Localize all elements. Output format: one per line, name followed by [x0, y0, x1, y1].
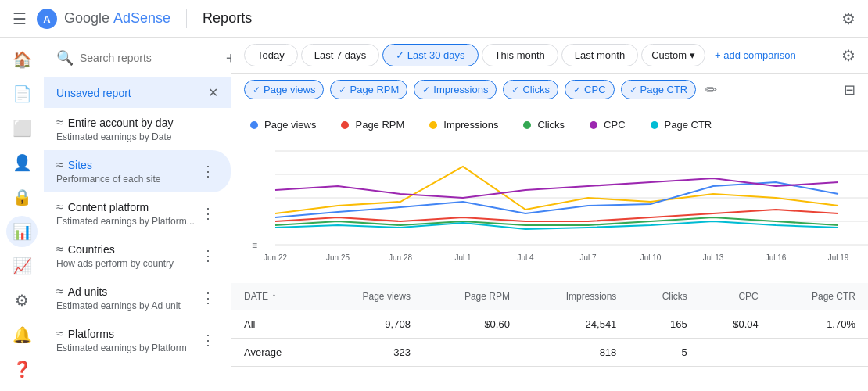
item-more-icon[interactable]: ⋮ [198, 160, 218, 183]
page-title: Reports [203, 10, 252, 27]
menu-icon[interactable]: ☰ [13, 9, 27, 28]
wave-icon: ≈ [56, 285, 63, 299]
nav-settings-icon[interactable]: ⚙ [6, 285, 38, 316]
svg-text:Jul 1: Jul 1 [454, 253, 472, 262]
chip-cpc[interactable]: ✓ CPC [565, 80, 614, 99]
chip-check-icon: ✓ [573, 84, 581, 95]
sidebar-item-content-platform[interactable]: ≈ Content platform Estimated earnings by… [44, 192, 231, 235]
legend-clicks: Clicks [523, 119, 565, 131]
edit-metrics-icon[interactable]: ✏ [705, 81, 717, 99]
svg-text:Jun 28: Jun 28 [389, 253, 412, 262]
nav-help-icon[interactable]: ❓ [6, 353, 38, 385]
search-input[interactable] [80, 52, 217, 64]
legend-dot [429, 121, 437, 129]
td-date: Average [231, 339, 320, 367]
nav-analytics-icon[interactable]: 📈 [6, 250, 38, 282]
chip-page-views[interactable]: ✓ Page views [244, 80, 324, 99]
td-page-views: 9,708 [320, 310, 423, 339]
th-page-rpm[interactable]: Page RPM [423, 283, 522, 310]
svg-text:Jul 16: Jul 16 [766, 253, 787, 262]
chip-page-rpm[interactable]: ✓ Page RPM [330, 80, 407, 99]
today-btn[interactable]: Today [244, 44, 298, 66]
svg-text:A: A [43, 13, 51, 25]
last7days-btn[interactable]: Last 7 days [301, 44, 380, 66]
chip-check-icon: ✓ [253, 84, 260, 95]
th-label: Page CTR [812, 291, 855, 302]
item-more-icon[interactable]: ⋮ [198, 286, 218, 310]
sidebar-item-countries[interactable]: ≈ Countries How ads perform by country ⋮ [44, 235, 231, 277]
nav-ads-icon[interactable]: ⬜ [6, 113, 38, 144]
sidebar-item-entire-account[interactable]: ≈ Entire account by day Estimated earnin… [44, 108, 231, 150]
td-page-ctr: 1.70% [771, 310, 868, 339]
item-header: ≈ Sites [56, 158, 198, 172]
header-divider [186, 9, 187, 28]
table-row: All 9,708 $0.60 24,541 165 $0.04 1.70% [231, 310, 868, 339]
unsaved-report-bar[interactable]: Unsaved report ✕ [44, 77, 231, 108]
nav-home-icon[interactable]: 🏠 [6, 44, 38, 75]
chip-clicks[interactable]: ✓ Clicks [503, 80, 558, 99]
item-header: ≈ Countries [56, 242, 198, 256]
brand-text: Google AdSense [64, 10, 170, 27]
wave-icon: ≈ [56, 200, 63, 214]
item-title: Sites [68, 159, 92, 171]
header-gear-icon[interactable]: ⚙ [841, 9, 855, 28]
sidebar-item-platforms[interactable]: ≈ Platforms Estimated earnings by Platfo… [44, 319, 231, 361]
chip-impressions[interactable]: ✓ Impressions [414, 80, 497, 99]
svg-text:Jul 7: Jul 7 [579, 253, 597, 262]
nav-notifications-icon[interactable]: 🔔 [6, 319, 38, 350]
th-label: CPC [738, 291, 758, 302]
th-page-views[interactable]: Page views [320, 283, 423, 310]
custom-btn[interactable]: Custom ▾ [641, 44, 705, 66]
report-settings-icon[interactable]: ⚙ [841, 46, 855, 65]
thismonth-btn[interactable]: This month [482, 44, 558, 66]
th-impressions[interactable]: Impressions [522, 283, 629, 310]
wave-icon: ≈ [56, 116, 63, 130]
th-clicks[interactable]: Clicks [629, 283, 699, 310]
add-comparison-label: + add comparison [715, 49, 796, 61]
item-more-icon[interactable]: ⋮ [198, 328, 218, 352]
nav-privacy-icon[interactable]: 🔒 [6, 181, 38, 213]
date-filter-bar: Today Last 7 days ✓ Last 30 days This mo… [231, 38, 868, 74]
filter-icon[interactable]: ⊟ [844, 81, 855, 99]
td-page-views: 323 [320, 339, 423, 367]
legend-page-rpm: Page RPM [341, 119, 404, 131]
chip-check-icon: ✓ [339, 84, 346, 95]
nav-icons-panel: 🏠 📄 ⬜ 👤 🔒 📊 📈 ⚙ 🔔 ❓ [0, 38, 44, 391]
sidebar-item-sites[interactable]: ≈ Sites Performance of each site ⋮ [44, 150, 231, 192]
sidebar-search-bar: 🔍 ＋ [44, 38, 231, 77]
add-report-icon[interactable]: ＋ [223, 47, 231, 68]
svg-text:Jul 10: Jul 10 [640, 253, 662, 262]
table-row: Average 323 — 818 5 — — [231, 339, 868, 367]
chip-page-ctr[interactable]: ✓ Page CTR [621, 80, 697, 99]
unsaved-report-label: Unsaved report [56, 87, 131, 99]
svg-text:≡: ≡ [252, 240, 257, 251]
chip-label: Page RPM [350, 84, 399, 95]
item-more-icon[interactable]: ⋮ [198, 202, 218, 225]
th-date[interactable]: DATE ↑ [231, 283, 320, 310]
item-title: Platforms [68, 328, 114, 340]
td-impressions: 818 [522, 339, 629, 367]
th-cpc[interactable]: CPC [700, 283, 771, 310]
sidebar-item-ad-units[interactable]: ≈ Ad units Estimated earnings by Ad unit… [44, 277, 231, 319]
nav-account-icon[interactable]: 👤 [6, 147, 38, 178]
th-page-ctr[interactable]: Page CTR [771, 283, 868, 310]
close-unsaved-icon[interactable]: ✕ [208, 85, 218, 100]
item-title: Countries [68, 243, 115, 256]
chip-label: Impressions [433, 84, 488, 95]
add-comparison-btn[interactable]: + add comparison [708, 45, 802, 66]
th-label: Impressions [566, 291, 617, 302]
nav-reports-icon[interactable]: 📊 [6, 216, 38, 247]
legend-dot [651, 121, 658, 129]
th-date-label: DATE [244, 291, 268, 302]
item-more-icon[interactable]: ⋮ [198, 244, 218, 267]
nav-pages-icon[interactable]: 📄 [6, 78, 38, 109]
legend-impressions: Impressions [429, 119, 498, 131]
sidebar: 🔍 ＋ Unsaved report ✕ ≈ Entire account by… [44, 38, 231, 391]
lastmonth-btn[interactable]: Last month [561, 44, 638, 66]
last30days-btn[interactable]: ✓ Last 30 days [382, 44, 478, 66]
sidebar-item-content: ≈ Sites Performance of each site [56, 158, 198, 185]
th-label: Page RPM [464, 291, 510, 302]
item-subtitle: Estimated earnings by Ad unit [56, 300, 198, 311]
item-title: Entire account by day [68, 117, 174, 129]
main-content: Today Last 7 days ✓ Last 30 days This mo… [231, 38, 868, 391]
